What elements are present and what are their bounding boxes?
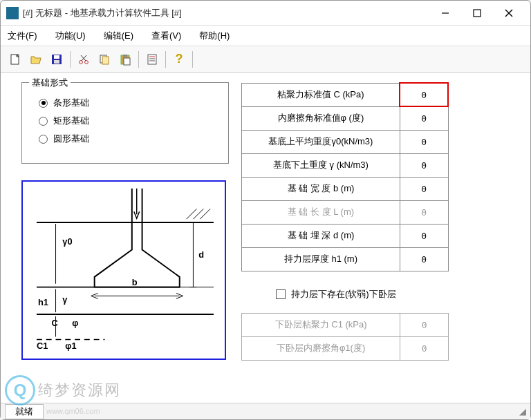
param-value[interactable]: 0	[400, 177, 448, 200]
help-icon: ?	[176, 52, 183, 66]
minimize-button[interactable]	[429, 3, 461, 23]
close-icon	[505, 9, 513, 17]
sublayer-table: 下卧层粘聚力 C1 (kPa)0下卧层内磨擦角φ1(度)0	[241, 313, 449, 361]
param-row: 基底下土重度 γ (kN/m3)0	[242, 153, 449, 177]
svg-text:γ0: γ0	[62, 236, 72, 247]
report-button[interactable]	[142, 49, 162, 70]
svg-rect-16	[124, 58, 130, 65]
svg-text:φ1: φ1	[65, 341, 76, 351]
menu-file[interactable]: 文件(F)	[5, 28, 40, 44]
window-buttons	[429, 3, 525, 23]
scissors-icon	[77, 53, 90, 66]
subparam-label: 下卧层内磨擦角φ1(度)	[242, 336, 400, 360]
param-row: 持力层厚度 h1 (m)0	[242, 247, 449, 271]
help-button[interactable]: ?	[169, 49, 189, 70]
svg-point-9	[85, 60, 88, 64]
cut-button[interactable]	[73, 49, 94, 70]
close-button[interactable]	[493, 3, 525, 23]
toolbar: ?	[1, 46, 530, 73]
right-column: 粘聚力标准值 C (kPa)0内磨擦角标准值φ (度)0基底上平均重度γ0(kN…	[241, 82, 516, 403]
main-window: [#] 无标题 - 地基承载力计算软件工具 [#] 文件(F) 功能(U) 编辑…	[0, 0, 531, 420]
subparam-row: 下卧层粘聚力 C1 (kPa)0	[242, 313, 449, 336]
param-row: 基底上平均重度γ0(kN/m3)0	[242, 130, 449, 153]
param-value[interactable]: 0	[400, 224, 448, 247]
svg-text:γ: γ	[62, 294, 68, 305]
menu-help[interactable]: 帮助(H)	[196, 28, 232, 44]
svg-text:C1: C1	[37, 341, 48, 351]
save-icon	[50, 53, 63, 66]
statusbar: 就绪 ◢	[1, 403, 530, 419]
svg-line-11	[81, 55, 86, 61]
param-row: 基 础 埋 深 d (m)0	[242, 224, 449, 247]
foundation-diagram: d b γ0 h1 γ C φ C1 φ1	[21, 180, 226, 360]
radio-icon	[39, 99, 48, 108]
param-value[interactable]: 0	[400, 153, 448, 177]
left-column: 基础形式 条形基础 矩形基础 圆形基础	[21, 82, 229, 403]
radio-icon	[39, 135, 48, 144]
toolbar-separator	[192, 51, 193, 68]
subparam-row: 下卧层内磨擦角φ1(度)0	[242, 336, 449, 360]
open-button[interactable]	[26, 49, 46, 70]
svg-rect-13	[102, 57, 109, 64]
svg-line-10	[82, 55, 86, 61]
param-row: 粘聚力标准值 C (kPa)0	[242, 83, 449, 106]
radio-strip[interactable]: 条形基础	[39, 97, 212, 109]
radio-icon	[39, 117, 48, 126]
checkbox-label: 持力层下存在(软弱)下卧层	[291, 288, 396, 300]
radio-rect[interactable]: 矩形基础	[39, 115, 212, 127]
copy-icon	[98, 53, 111, 66]
menu-view[interactable]: 查看(V)	[149, 28, 184, 44]
param-value[interactable]: 0	[400, 106, 448, 130]
new-button[interactable]	[5, 49, 26, 70]
radio-circle[interactable]: 圆形基础	[39, 133, 212, 145]
param-row: 基 础 宽 度 b (m)0	[242, 177, 449, 200]
svg-rect-1	[474, 10, 481, 17]
app-icon	[6, 7, 19, 19]
menu-func[interactable]: 功能(U)	[53, 28, 88, 44]
resize-grip-icon: ◢	[512, 406, 526, 417]
content-area: 基础形式 条形基础 矩形基础 圆形基础	[1, 73, 530, 403]
param-label: 基 础 长 度 L (m)	[242, 200, 400, 224]
subparam-label: 下卧层粘聚力 C1 (kPa)	[242, 313, 400, 336]
param-label: 粘聚力标准值 C (kPa)	[242, 83, 400, 106]
param-value[interactable]: 0	[400, 130, 448, 153]
param-value[interactable]: 0	[400, 83, 448, 106]
param-value[interactable]: 0	[400, 247, 448, 271]
param-label: 内磨擦角标准值φ (度)	[242, 106, 400, 130]
maximize-icon	[473, 9, 481, 17]
checkbox-icon	[276, 289, 286, 299]
svg-rect-7	[54, 60, 59, 64]
toolbar-separator	[165, 51, 166, 68]
subparam-value: 0	[400, 313, 449, 336]
window-title: [#] 无标题 - 地基承载力计算软件工具 [#]	[23, 7, 429, 19]
menu-edit[interactable]: 编辑(E)	[101, 28, 136, 44]
new-file-icon	[9, 53, 21, 66]
svg-text:C: C	[52, 318, 58, 328]
subparam-value: 0	[400, 336, 449, 360]
parameter-table: 粘聚力标准值 C (kPa)0内磨擦角标准值φ (度)0基底上平均重度γ0(kN…	[241, 82, 449, 271]
save-button[interactable]	[46, 49, 67, 70]
radio-label: 矩形基础	[53, 115, 89, 127]
weak-layer-checkbox[interactable]: 持力层下存在(软弱)下卧层	[276, 288, 516, 300]
param-label: 持力层厚度 h1 (m)	[242, 247, 400, 271]
copy-button[interactable]	[94, 49, 115, 70]
param-label: 基底上平均重度γ0(kN/m3)	[242, 130, 400, 153]
paste-button[interactable]	[115, 49, 136, 70]
svg-text:d: d	[198, 249, 204, 260]
svg-point-8	[80, 60, 83, 64]
paste-icon	[119, 53, 131, 66]
toolbar-separator	[70, 51, 71, 68]
status-ready: 就绪	[5, 404, 44, 419]
fieldset-legend: 基础形式	[29, 77, 71, 89]
radio-label: 条形基础	[53, 97, 89, 109]
svg-rect-21	[23, 182, 224, 359]
maximize-button[interactable]	[461, 3, 493, 23]
titlebar: [#] 无标题 - 地基承载力计算软件工具 [#]	[1, 1, 530, 26]
radio-label: 圆形基础	[53, 133, 89, 145]
svg-text:b: b	[132, 277, 138, 287]
svg-rect-6	[54, 55, 59, 59]
param-row: 内磨擦角标准值φ (度)0	[242, 106, 449, 130]
param-label: 基 础 埋 深 d (m)	[242, 224, 400, 247]
param-label: 基 础 宽 度 b (m)	[242, 177, 400, 200]
document-icon	[146, 53, 158, 66]
